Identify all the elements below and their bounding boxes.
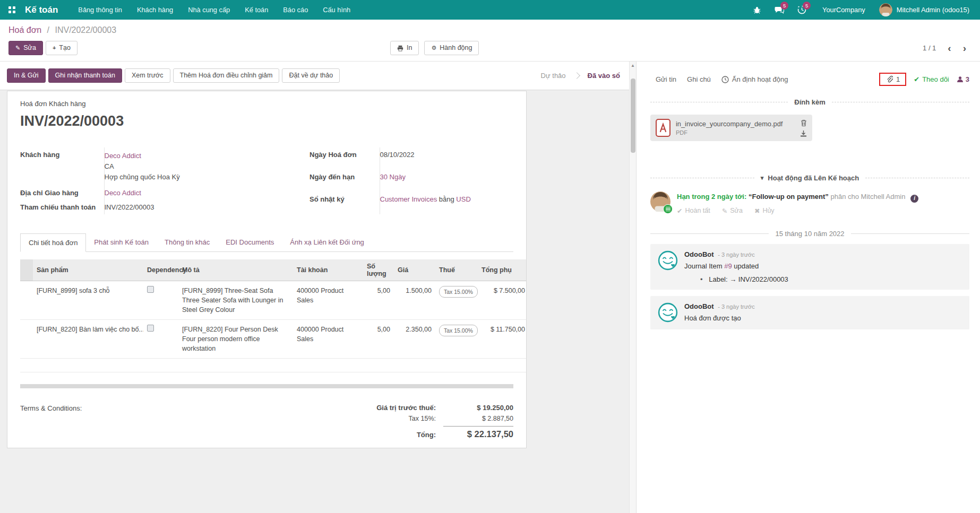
user-menu[interactable]: Mitchell Admin (odoo15) [877,3,972,16]
schedule-activity-button[interactable]: Ấn định hoạt động [716,72,794,86]
send-message-button[interactable]: Gửi tin [650,72,682,86]
attachments-button[interactable]: 1 [879,73,906,86]
reset-to-draft-button[interactable]: Đặt về dự thảo [282,68,340,83]
pencil-icon: ✎ [15,45,20,51]
action-button[interactable]: ⚙ Hành động [424,41,479,55]
line-description: [FURN_8999] Three-Seat Sofa Three Seater… [178,281,293,320]
check-icon: ✔ [677,207,682,215]
download-attachment-icon[interactable] [800,130,807,137]
message-author[interactable]: OdooBot [684,302,714,310]
edit-activity-button[interactable]: ✎Sửa [722,207,743,215]
journal-link[interactable]: Customer Invoices [380,195,437,203]
menu-accounting[interactable]: Kế toán [238,1,274,19]
message-item: OdooBot - 3 ngày trước Hoá đơn được tạo [650,296,969,329]
column-account[interactable]: Tài khoản [293,259,363,281]
status-posted[interactable]: Đã vào sổ [588,72,620,80]
payment-terms-link[interactable]: 30 Ngày [380,173,406,181]
line-subtotal: $ 11.750,00 [478,320,527,359]
tab-counterpart-mapping[interactable]: Ánh xạ Liên kết Đối ứng [282,233,372,251]
pager-next-icon[interactable]: › [963,43,966,53]
dependency-checkbox[interactable] [147,286,154,293]
column-product[interactable]: Sản phẩm [33,259,143,281]
message-time: - 3 ngày trước [718,251,755,258]
document-type-label: Hoá đơn Khách hàng [20,100,513,108]
attachment-card[interactable]: in_invoice_yourcompany_demo.pdf PDF [650,115,812,141]
attachment-count: 1 [896,75,900,83]
tax-tag: Tax 15.00% [439,325,478,336]
total-separator [443,426,513,427]
bullet-icon: • [700,275,703,283]
terms-label[interactable]: Terms & Conditions: [20,402,82,448]
edit-button[interactable]: ✎ Sửa [8,41,43,55]
scrollbar-thumb[interactable] [631,79,635,153]
tracking-new-value: INV/2022/00003 [738,275,788,283]
line-quantity: 5,00 [363,320,394,359]
menu-reporting[interactable]: Báo cáo [277,1,314,19]
delivery-address-link[interactable]: Deco Addict [105,189,141,197]
preview-button[interactable]: Xem trước [125,68,170,83]
currency-link[interactable]: USD [456,195,470,203]
invoice-date-value: 08/10/2022 [380,147,496,170]
column-subtotal[interactable]: Tổng phụ [478,259,527,281]
followers-button[interactable]: 3 [957,75,969,83]
info-icon[interactable]: i [910,195,918,203]
journal-item-link[interactable]: #9 [724,262,732,270]
total-label: Tổng: [417,431,436,439]
empty-line-row [20,359,527,372]
invoice-line-row[interactable]: [FURN_8220] Bàn làm việc cho bố... [FURN… [20,320,527,359]
tab-journal-items[interactable]: Phát sinh Kế toán [86,233,157,251]
column-quantity[interactable]: Số lượng [363,259,394,281]
attachments-title: Đính kèm [794,98,826,106]
row-handle[interactable] [20,281,33,320]
mark-done-button[interactable]: ✔Hoàn tất [677,207,710,215]
caret-down-icon[interactable]: ▾ [761,175,764,181]
debug-bug-icon[interactable] [748,0,766,20]
attachment-filetype: PDF [676,129,795,136]
tab-invoice-lines[interactable]: Chi tiết hoá đơn [20,233,86,252]
tab-other-info[interactable]: Thông tin khác [157,233,218,251]
register-payment-button[interactable]: Ghi nhận thanh toán [48,68,122,83]
paperclip-icon [886,75,893,83]
attachment-filename: in_invoice_yourcompany_demo.pdf [676,120,795,128]
apps-menu-icon[interactable] [8,6,15,13]
line-account: 400000 Product Sales [293,320,363,359]
scroll-up-icon[interactable]: ▲ [630,62,636,68]
following-button[interactable]: ✔ Theo dõi [914,75,949,83]
customer-link[interactable]: Deco Addict [105,151,304,161]
tab-edi-documents[interactable]: EDI Documents [218,233,282,251]
column-tax[interactable]: Thuế [435,259,478,281]
invoice-line-row[interactable]: [FURN_8999] sofa 3 chỗ [FURN_8999] Three… [20,281,527,320]
column-description[interactable]: Mô tả [178,259,293,281]
planned-activities-header: ▾ Hoạt động đã Lên Kế hoạch [650,174,969,182]
field-label-customer: Khách hàng [20,147,104,186]
menu-vendors[interactable]: Nhà cung cấp [182,1,236,19]
column-dependency[interactable]: Dependency [143,259,178,281]
print-button[interactable]: In [390,41,419,55]
menu-customers[interactable]: Khách hàng [131,1,179,19]
person-icon [957,76,964,83]
app-name[interactable]: Kế toán [25,5,58,15]
delete-attachment-icon[interactable] [801,119,807,127]
company-switcher[interactable]: YourCompany [815,6,873,14]
message-author[interactable]: OdooBot [684,250,714,258]
add-credit-note-button[interactable]: Thêm Hoá đơn điều chỉnh giảm [173,68,280,83]
pager-previous-icon[interactable]: ‹ [948,43,951,53]
menu-dashboard[interactable]: Bảng thông tin [72,1,128,19]
create-button[interactable]: + Tạo [46,41,78,55]
column-price[interactable]: Giá [394,259,435,281]
dependency-checkbox[interactable] [147,325,154,332]
messages-icon[interactable]: 5 [770,0,788,20]
breadcrumb-invoices-link[interactable]: Hoá đơn [8,25,41,34]
cancel-activity-button[interactable]: ✖Hủy [754,207,775,215]
row-handle[interactable] [20,320,33,359]
vertical-scrollbar[interactable]: ▲ [629,62,636,513]
menu-configuration[interactable]: Cấu hình [316,1,357,19]
chevron-divider-icon [573,72,580,79]
log-note-button[interactable]: Ghi chú [682,72,716,86]
line-product: [FURN_8220] Bàn làm việc cho bố... [33,320,143,359]
status-draft[interactable]: Dự thảo [541,72,566,80]
activities-icon[interactable]: 5 [793,0,811,20]
pager-count: 1 / 1 [923,44,936,52]
send-and-print-button[interactable]: In & Gửi [7,68,46,83]
top-navbar: Kế toán Bảng thông tin Khách hàng Nhà cu… [0,0,980,20]
